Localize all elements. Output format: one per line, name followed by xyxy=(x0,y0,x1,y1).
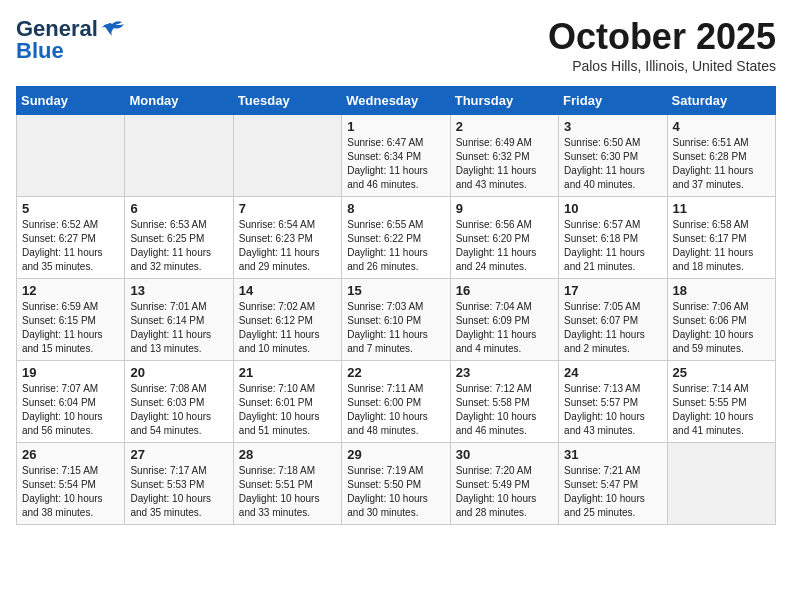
day-info: Sunrise: 6:49 AM Sunset: 6:32 PM Dayligh… xyxy=(456,136,553,192)
day-number: 18 xyxy=(673,283,770,298)
calendar-cell xyxy=(125,115,233,197)
day-info: Sunrise: 7:03 AM Sunset: 6:10 PM Dayligh… xyxy=(347,300,444,356)
day-info: Sunrise: 7:01 AM Sunset: 6:14 PM Dayligh… xyxy=(130,300,227,356)
day-number: 14 xyxy=(239,283,336,298)
day-info: Sunrise: 7:15 AM Sunset: 5:54 PM Dayligh… xyxy=(22,464,119,520)
calendar-cell: 11Sunrise: 6:58 AM Sunset: 6:17 PM Dayli… xyxy=(667,197,775,279)
day-info: Sunrise: 7:21 AM Sunset: 5:47 PM Dayligh… xyxy=(564,464,661,520)
calendar-week-row: 19Sunrise: 7:07 AM Sunset: 6:04 PM Dayli… xyxy=(17,361,776,443)
calendar-week-row: 1Sunrise: 6:47 AM Sunset: 6:34 PM Daylig… xyxy=(17,115,776,197)
calendar-cell: 27Sunrise: 7:17 AM Sunset: 5:53 PM Dayli… xyxy=(125,443,233,525)
day-number: 15 xyxy=(347,283,444,298)
day-info: Sunrise: 6:51 AM Sunset: 6:28 PM Dayligh… xyxy=(673,136,770,192)
calendar-cell: 18Sunrise: 7:06 AM Sunset: 6:06 PM Dayli… xyxy=(667,279,775,361)
day-number: 5 xyxy=(22,201,119,216)
day-number: 27 xyxy=(130,447,227,462)
calendar-cell: 31Sunrise: 7:21 AM Sunset: 5:47 PM Dayli… xyxy=(559,443,667,525)
weekday-header: Friday xyxy=(559,87,667,115)
calendar-cell: 7Sunrise: 6:54 AM Sunset: 6:23 PM Daylig… xyxy=(233,197,341,279)
weekday-header: Monday xyxy=(125,87,233,115)
calendar-cell: 5Sunrise: 6:52 AM Sunset: 6:27 PM Daylig… xyxy=(17,197,125,279)
calendar-cell: 3Sunrise: 6:50 AM Sunset: 6:30 PM Daylig… xyxy=(559,115,667,197)
calendar-cell: 4Sunrise: 6:51 AM Sunset: 6:28 PM Daylig… xyxy=(667,115,775,197)
calendar-cell xyxy=(233,115,341,197)
location-subtitle: Palos Hills, Illinois, United States xyxy=(548,58,776,74)
day-info: Sunrise: 6:47 AM Sunset: 6:34 PM Dayligh… xyxy=(347,136,444,192)
calendar-cell: 26Sunrise: 7:15 AM Sunset: 5:54 PM Dayli… xyxy=(17,443,125,525)
day-number: 12 xyxy=(22,283,119,298)
day-info: Sunrise: 7:19 AM Sunset: 5:50 PM Dayligh… xyxy=(347,464,444,520)
day-number: 26 xyxy=(22,447,119,462)
calendar-cell: 6Sunrise: 6:53 AM Sunset: 6:25 PM Daylig… xyxy=(125,197,233,279)
calendar-week-row: 5Sunrise: 6:52 AM Sunset: 6:27 PM Daylig… xyxy=(17,197,776,279)
day-info: Sunrise: 7:02 AM Sunset: 6:12 PM Dayligh… xyxy=(239,300,336,356)
page-header: General Blue October 2025 Palos Hills, I… xyxy=(16,16,776,74)
weekday-header: Tuesday xyxy=(233,87,341,115)
day-number: 20 xyxy=(130,365,227,380)
day-info: Sunrise: 6:55 AM Sunset: 6:22 PM Dayligh… xyxy=(347,218,444,274)
day-number: 25 xyxy=(673,365,770,380)
calendar-cell: 10Sunrise: 6:57 AM Sunset: 6:18 PM Dayli… xyxy=(559,197,667,279)
calendar-cell xyxy=(667,443,775,525)
day-number: 4 xyxy=(673,119,770,134)
day-number: 23 xyxy=(456,365,553,380)
title-block: October 2025 Palos Hills, Illinois, Unit… xyxy=(548,16,776,74)
day-number: 6 xyxy=(130,201,227,216)
day-number: 11 xyxy=(673,201,770,216)
day-info: Sunrise: 7:20 AM Sunset: 5:49 PM Dayligh… xyxy=(456,464,553,520)
day-number: 19 xyxy=(22,365,119,380)
day-number: 29 xyxy=(347,447,444,462)
calendar-cell: 24Sunrise: 7:13 AM Sunset: 5:57 PM Dayli… xyxy=(559,361,667,443)
day-info: Sunrise: 6:59 AM Sunset: 6:15 PM Dayligh… xyxy=(22,300,119,356)
day-info: Sunrise: 6:52 AM Sunset: 6:27 PM Dayligh… xyxy=(22,218,119,274)
day-number: 28 xyxy=(239,447,336,462)
calendar-cell: 28Sunrise: 7:18 AM Sunset: 5:51 PM Dayli… xyxy=(233,443,341,525)
weekday-header: Sunday xyxy=(17,87,125,115)
day-number: 24 xyxy=(564,365,661,380)
day-number: 13 xyxy=(130,283,227,298)
day-number: 21 xyxy=(239,365,336,380)
day-info: Sunrise: 6:57 AM Sunset: 6:18 PM Dayligh… xyxy=(564,218,661,274)
calendar-cell: 19Sunrise: 7:07 AM Sunset: 6:04 PM Dayli… xyxy=(17,361,125,443)
calendar-cell: 25Sunrise: 7:14 AM Sunset: 5:55 PM Dayli… xyxy=(667,361,775,443)
day-number: 8 xyxy=(347,201,444,216)
weekday-header: Saturday xyxy=(667,87,775,115)
day-info: Sunrise: 7:11 AM Sunset: 6:00 PM Dayligh… xyxy=(347,382,444,438)
calendar-cell xyxy=(17,115,125,197)
day-info: Sunrise: 7:07 AM Sunset: 6:04 PM Dayligh… xyxy=(22,382,119,438)
day-info: Sunrise: 6:58 AM Sunset: 6:17 PM Dayligh… xyxy=(673,218,770,274)
day-info: Sunrise: 7:18 AM Sunset: 5:51 PM Dayligh… xyxy=(239,464,336,520)
day-info: Sunrise: 7:10 AM Sunset: 6:01 PM Dayligh… xyxy=(239,382,336,438)
calendar-cell: 23Sunrise: 7:12 AM Sunset: 5:58 PM Dayli… xyxy=(450,361,558,443)
calendar-cell: 20Sunrise: 7:08 AM Sunset: 6:03 PM Dayli… xyxy=(125,361,233,443)
calendar-cell: 15Sunrise: 7:03 AM Sunset: 6:10 PM Dayli… xyxy=(342,279,450,361)
day-info: Sunrise: 7:14 AM Sunset: 5:55 PM Dayligh… xyxy=(673,382,770,438)
day-number: 31 xyxy=(564,447,661,462)
calendar-cell: 29Sunrise: 7:19 AM Sunset: 5:50 PM Dayli… xyxy=(342,443,450,525)
calendar-week-row: 26Sunrise: 7:15 AM Sunset: 5:54 PM Dayli… xyxy=(17,443,776,525)
logo-bird-icon xyxy=(102,20,124,38)
day-info: Sunrise: 7:05 AM Sunset: 6:07 PM Dayligh… xyxy=(564,300,661,356)
calendar-cell: 17Sunrise: 7:05 AM Sunset: 6:07 PM Dayli… xyxy=(559,279,667,361)
weekday-header: Thursday xyxy=(450,87,558,115)
calendar-week-row: 12Sunrise: 6:59 AM Sunset: 6:15 PM Dayli… xyxy=(17,279,776,361)
calendar-cell: 12Sunrise: 6:59 AM Sunset: 6:15 PM Dayli… xyxy=(17,279,125,361)
day-info: Sunrise: 7:08 AM Sunset: 6:03 PM Dayligh… xyxy=(130,382,227,438)
day-info: Sunrise: 6:53 AM Sunset: 6:25 PM Dayligh… xyxy=(130,218,227,274)
calendar-cell: 9Sunrise: 6:56 AM Sunset: 6:20 PM Daylig… xyxy=(450,197,558,279)
day-info: Sunrise: 7:04 AM Sunset: 6:09 PM Dayligh… xyxy=(456,300,553,356)
calendar-cell: 21Sunrise: 7:10 AM Sunset: 6:01 PM Dayli… xyxy=(233,361,341,443)
day-number: 17 xyxy=(564,283,661,298)
day-number: 30 xyxy=(456,447,553,462)
calendar-cell: 8Sunrise: 6:55 AM Sunset: 6:22 PM Daylig… xyxy=(342,197,450,279)
day-number: 7 xyxy=(239,201,336,216)
day-info: Sunrise: 6:50 AM Sunset: 6:30 PM Dayligh… xyxy=(564,136,661,192)
calendar-cell: 16Sunrise: 7:04 AM Sunset: 6:09 PM Dayli… xyxy=(450,279,558,361)
day-info: Sunrise: 7:12 AM Sunset: 5:58 PM Dayligh… xyxy=(456,382,553,438)
day-info: Sunrise: 6:56 AM Sunset: 6:20 PM Dayligh… xyxy=(456,218,553,274)
day-number: 22 xyxy=(347,365,444,380)
day-info: Sunrise: 7:13 AM Sunset: 5:57 PM Dayligh… xyxy=(564,382,661,438)
calendar-table: SundayMondayTuesdayWednesdayThursdayFrid… xyxy=(16,86,776,525)
month-title: October 2025 xyxy=(548,16,776,58)
calendar-cell: 22Sunrise: 7:11 AM Sunset: 6:00 PM Dayli… xyxy=(342,361,450,443)
